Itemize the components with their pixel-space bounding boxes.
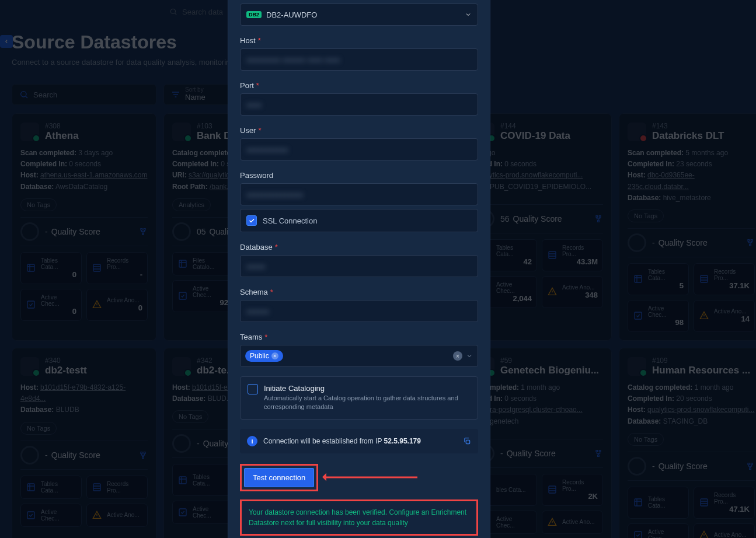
required-indicator: * bbox=[270, 288, 273, 296]
required-indicator: * bbox=[258, 126, 261, 135]
required-indicator: * bbox=[264, 333, 267, 341]
chevron-down-icon bbox=[465, 11, 472, 18]
check-icon bbox=[248, 217, 255, 224]
host-label: Host bbox=[240, 36, 256, 45]
schema-input[interactable]: xxxxxx bbox=[240, 300, 478, 322]
chevron-down-icon bbox=[466, 352, 473, 359]
info-icon: i bbox=[247, 436, 257, 446]
teams-label: Teams bbox=[240, 333, 262, 341]
test-connection-highlight: Test connection bbox=[240, 464, 318, 491]
connection-verified-message: Your datastore connection has been verif… bbox=[249, 507, 469, 528]
cataloging-checkbox[interactable] bbox=[248, 384, 258, 394]
schema-label: Schema bbox=[240, 288, 268, 296]
password-input[interactable]: xxxxxxxxxxxxxxx bbox=[240, 183, 478, 205]
catalog-description: Automatically start a Catalog operation … bbox=[264, 394, 471, 412]
connection-ip-text: Connection will be established from IP 5… bbox=[263, 437, 457, 445]
remove-chip-icon[interactable]: × bbox=[271, 352, 278, 359]
annotation-arrow bbox=[324, 477, 417, 478]
datastore-type-dropdown[interactable]: DB2 DB2-AUWDFO bbox=[240, 4, 478, 26]
dropdown-value: DB2-AUWDFO bbox=[266, 11, 317, 19]
connection-ip-banner: i Connection will be established from IP… bbox=[240, 429, 478, 453]
copy-ip-icon[interactable] bbox=[463, 437, 471, 445]
ssl-checkbox-row[interactable]: SSL Connection bbox=[240, 209, 478, 232]
db2-badge-icon: DB2 bbox=[246, 11, 262, 18]
ssl-checkbox[interactable] bbox=[246, 215, 257, 226]
user-label: User bbox=[240, 126, 256, 135]
port-label: Port bbox=[240, 81, 254, 90]
password-label: Password bbox=[240, 171, 273, 180]
svg-rect-26 bbox=[466, 440, 469, 443]
teams-input[interactable]: Public × × bbox=[240, 345, 478, 367]
port-input[interactable]: xxxx bbox=[240, 93, 478, 116]
test-connection-button[interactable]: Test connection bbox=[244, 468, 314, 487]
initiate-cataloging-option[interactable]: Initiate Cataloging Automatically start … bbox=[240, 376, 478, 420]
connection-verified-highlight: Your datastore connection has been verif… bbox=[240, 499, 478, 536]
database-input[interactable]: xxxxx bbox=[240, 255, 478, 277]
catalog-title: Initiate Cataloging bbox=[264, 384, 471, 393]
user-input[interactable]: xxxxxxxxxxx bbox=[240, 138, 478, 160]
clear-teams-icon[interactable]: × bbox=[453, 351, 462, 361]
required-indicator: * bbox=[258, 36, 261, 45]
required-indicator: * bbox=[275, 243, 278, 251]
required-indicator: * bbox=[256, 81, 259, 90]
datastore-config-modal: DB2 DB2-AUWDFO Host* xxxxxxxxx xxxxxx xx… bbox=[228, 0, 490, 538]
database-label: Database bbox=[240, 243, 273, 251]
host-input[interactable]: xxxxxxxxx xxxxxx xxxx xxxx bbox=[240, 48, 478, 71]
ssl-label: SSL Connection bbox=[263, 216, 317, 225]
team-chip-label: Public bbox=[250, 352, 269, 360]
team-chip-public[interactable]: Public × bbox=[245, 350, 283, 362]
